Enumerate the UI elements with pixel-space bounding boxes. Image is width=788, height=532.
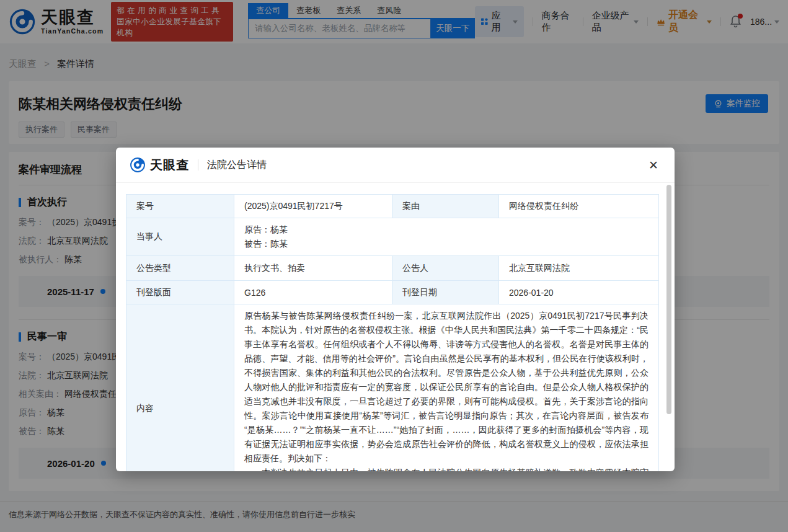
divider: [198, 159, 198, 171]
content-label: 内容: [126, 304, 234, 472]
table-row: 刊登版面 G126 刊登日期 2026-01-20: [126, 281, 659, 304]
modal-title: 法院公告详情: [207, 159, 267, 172]
modal-header: 天眼查 法院公告详情 ✕: [116, 148, 675, 183]
type-value: 执行文书、拍卖: [234, 256, 392, 281]
cause-label: 案由: [392, 195, 499, 218]
parties-value: 原告：杨某 被告：陈某: [234, 218, 659, 256]
modal-body: 案号 (2025)京0491民初7217号 案由 网络侵权责任纠纷 当事人 原告…: [116, 183, 675, 471]
court-announcement-modal: 天眼查 法院公告详情 ✕ 案号 (2025)京0491民初7217号 案由 网络…: [116, 148, 675, 471]
content-value: 原告杨某与被告陈某网络侵权责任纠纷一案，北京互联网法院作出（2025）京0491…: [234, 304, 659, 472]
announcer-label: 公告人: [392, 256, 499, 281]
modal-brand-name: 天眼查: [150, 157, 189, 174]
table-row: 内容 原告杨某与被告陈某网络侵权责任纠纷一案，北京互联网法院作出（2025）京0…: [126, 304, 659, 472]
case-no-label: 案号: [126, 195, 234, 218]
date-label: 刊登日期: [392, 281, 499, 304]
announcement-table: 案号 (2025)京0491民初7217号 案由 网络侵权责任纠纷 当事人 原告…: [126, 194, 659, 471]
table-row: 公告类型 执行文书、拍卖 公告人 北京互联网法院: [126, 256, 659, 281]
tianyancha-logo-icon: [130, 157, 146, 173]
table-row: 当事人 原告：杨某 被告：陈某: [126, 218, 659, 256]
page-label: 刊登版面: [126, 281, 234, 304]
table-row: 案号 (2025)京0491民初7217号 案由 网络侵权责任纠纷: [126, 195, 659, 218]
page: 天眼查 TianYanCha.com 都在用的商业查询工具 国家中小企业发展子基…: [0, 0, 788, 532]
case-no-value: (2025)京0491民初7217号: [234, 195, 392, 218]
cause-value: 网络侵权责任纠纷: [499, 195, 659, 218]
type-label: 公告类型: [126, 256, 234, 281]
announcer-value: 北京互联网法院: [499, 256, 659, 281]
modal-scrollbar-thumb[interactable]: [666, 185, 671, 414]
date-value: 2026-01-20: [499, 281, 659, 304]
page-value: G126: [234, 281, 392, 304]
parties-label: 当事人: [126, 218, 234, 256]
close-icon[interactable]: ✕: [646, 157, 661, 174]
